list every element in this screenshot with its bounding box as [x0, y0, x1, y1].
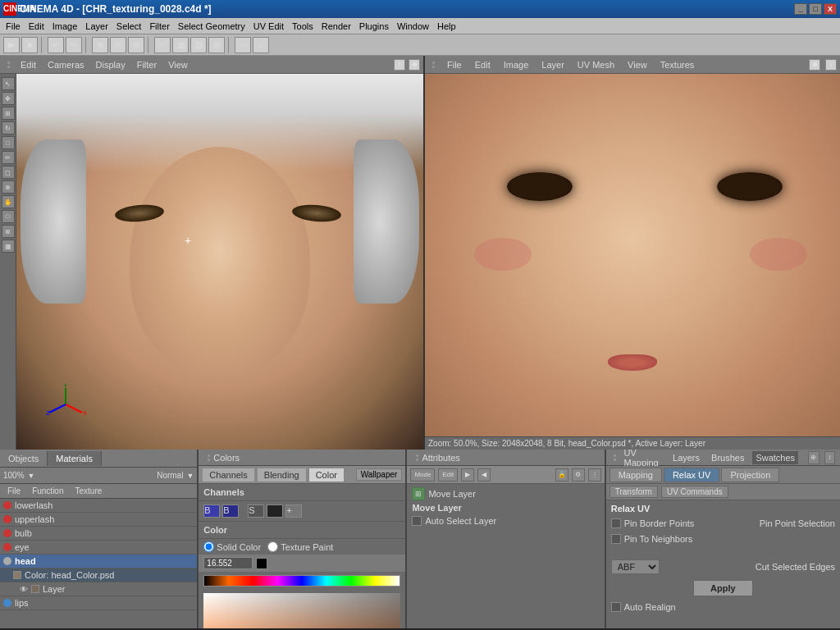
side-tool-pan[interactable]: ✋ [2, 195, 15, 208]
layer-lips[interactable]: lips [0, 596, 197, 610]
obj-function[interactable]: Function [28, 485, 67, 497]
side-tool-select[interactable]: □ [2, 136, 15, 149]
attr-more-icon[interactable]: ⋮ [588, 468, 601, 482]
toolbar-btn-1[interactable]: ▶ [3, 37, 20, 53]
solid-color-option[interactable]: Solid Color [203, 541, 261, 552]
uv-subtab-commands[interactable]: UV Commands [661, 486, 728, 498]
uv-expand-icon[interactable]: ⊕ [808, 451, 819, 464]
side-tool-erase[interactable]: ◻ [2, 166, 15, 179]
zoom-btn[interactable]: ▼ [28, 472, 35, 480]
color-hue-gradient[interactable] [203, 575, 400, 587]
menu-window[interactable]: Window [393, 20, 433, 33]
layer-head[interactable]: head [0, 555, 197, 568]
ch-swatch-1[interactable]: B [203, 504, 220, 518]
layer-upperlash[interactable]: upperlash [0, 513, 197, 527]
uv-tab-projection[interactable]: Projection [721, 468, 779, 482]
uv-pin-neighbors-checkbox[interactable] [611, 534, 621, 544]
maximize-button[interactable]: □ [809, 3, 822, 15]
attr-play-btn[interactable]: ▶ [461, 468, 474, 482]
attr-lock-icon[interactable]: 🔒 [555, 468, 568, 482]
left-toolbar-display[interactable]: Display [92, 58, 130, 71]
solid-color-radio[interactable] [203, 541, 214, 552]
menu-image[interactable]: Image [48, 20, 82, 33]
right-panel-drag[interactable] [428, 62, 438, 68]
3d-viewport[interactable]: + X Y Z [16, 74, 423, 450]
left-toolbar-cameras[interactable]: Cameras [43, 58, 89, 71]
minimize-button[interactable]: _ [794, 3, 807, 15]
color-picker[interactable] [203, 593, 400, 630]
uv-htab-swatches[interactable]: Swatches [752, 451, 798, 464]
attr-edit-label[interactable]: Edit [438, 468, 458, 482]
ch-swatch-2[interactable]: B [222, 504, 239, 518]
menu-layer[interactable]: Layer [81, 20, 112, 33]
side-tool-rotate[interactable]: ↻ [2, 121, 15, 135]
uv-method-select[interactable]: ABF LSCM [611, 559, 660, 574]
uv-panel-drag[interactable] [611, 454, 619, 461]
ch-swatch-3[interactable]: S [248, 504, 264, 518]
menu-render[interactable]: Render [317, 20, 355, 33]
toolbar-btn-8[interactable]: □ [154, 37, 171, 53]
attr-settings-icon[interactable]: ⚙ [572, 468, 585, 482]
uv-auto-realign-checkbox[interactable] [611, 602, 621, 612]
right-toolbar-textures[interactable]: Textures [656, 58, 699, 71]
menu-edit[interactable]: Edit [25, 20, 48, 33]
texture-paint-radio[interactable] [267, 541, 278, 552]
left-toolbar-edit[interactable]: Edit [16, 58, 40, 71]
uv-htab-layers[interactable]: Layers [669, 451, 703, 464]
left-panel-drag[interactable] [3, 62, 13, 68]
toolbar-btn-3[interactable]: ↩ [48, 37, 64, 53]
color-dropper-icon[interactable] [256, 558, 267, 569]
toolbar-btn-11[interactable]: ⊞ [208, 37, 225, 53]
menu-help[interactable]: Help [433, 20, 460, 33]
uv-tab-mapping[interactable]: Mapping [609, 468, 662, 482]
toolbar-btn-6[interactable]: ◎ [110, 37, 126, 53]
blend-mode-btn[interactable]: ▼ [186, 472, 194, 480]
menu-filter[interactable]: Filter [145, 20, 173, 33]
menu-select[interactable]: Select [112, 20, 146, 33]
layer-layer[interactable]: 👁 Layer [0, 582, 197, 596]
side-tool-paint[interactable]: ✏ [2, 151, 15, 164]
side-tool-fill[interactable]: ▦ [2, 240, 15, 253]
layer-eye-icon[interactable]: 👁 [20, 585, 28, 594]
toolbar-btn-9[interactable]: ▦ [172, 37, 189, 53]
right-toolbar-uv-mesh[interactable]: UV Mesh [573, 58, 619, 71]
left-expand-btn[interactable]: ↕ [394, 59, 405, 71]
uv-pin-border-checkbox[interactable] [611, 518, 621, 528]
menu-file[interactable]: File [2, 20, 25, 33]
apply-button[interactable]: Apply [693, 580, 753, 596]
attr-back-btn[interactable]: ◀ [477, 468, 491, 482]
layer-head-color[interactable]: Color: head_Color.psd [0, 568, 197, 582]
wallpaper-btn[interactable]: Wallpaper [356, 468, 403, 481]
side-tool-brush[interactable]: ⬭ [2, 210, 15, 223]
right-toolbar-view[interactable]: View [623, 58, 651, 71]
ch-swatch-4[interactable] [267, 504, 283, 518]
uv-subtab-transform[interactable]: Transform [609, 486, 658, 498]
color-hex-input[interactable] [203, 557, 253, 569]
side-tool-move[interactable]: ✥ [2, 92, 15, 105]
tab-materials[interactable]: Materials [48, 451, 102, 466]
toolbar-btn-5[interactable]: ⊕ [92, 37, 108, 53]
uv-viewport[interactable] [425, 74, 840, 436]
menu-plugins[interactable]: Plugins [355, 20, 393, 33]
color-panel-drag[interactable] [203, 454, 213, 461]
obj-texture[interactable]: Texture [71, 485, 106, 497]
tab-channels[interactable]: Channels [202, 468, 254, 482]
right-toolbar-file[interactable]: File [443, 58, 466, 71]
toolbar-btn-12[interactable]: ↔ [235, 37, 251, 53]
ch-swatch-add[interactable]: + [285, 504, 302, 518]
uv-htab-brushes[interactable]: Brushes [708, 451, 747, 464]
close-button[interactable]: X [824, 3, 837, 15]
right-toolbar-layer[interactable]: Layer [537, 58, 568, 71]
left-toolbar-filter[interactable]: Filter [133, 58, 161, 71]
toolbar-btn-7[interactable]: ⊗ [128, 37, 144, 53]
side-tool-scale[interactable]: ⊞ [2, 107, 15, 120]
right-toolbar-edit[interactable]: Edit [471, 58, 495, 71]
right-toolbar-image[interactable]: Image [500, 58, 533, 71]
tab-blending[interactable]: Blending [257, 468, 307, 482]
layer-lowerlash[interactable]: lowerlash [0, 499, 197, 513]
toolbar-btn-13[interactable]: ↕ [253, 37, 269, 53]
side-tool-clone[interactable]: ⊗ [2, 225, 15, 238]
toolbar-btn-4[interactable]: ↪ [66, 37, 82, 53]
toolbar-btn-10[interactable]: ▨ [190, 37, 207, 53]
tab-color[interactable]: Color [308, 468, 345, 482]
